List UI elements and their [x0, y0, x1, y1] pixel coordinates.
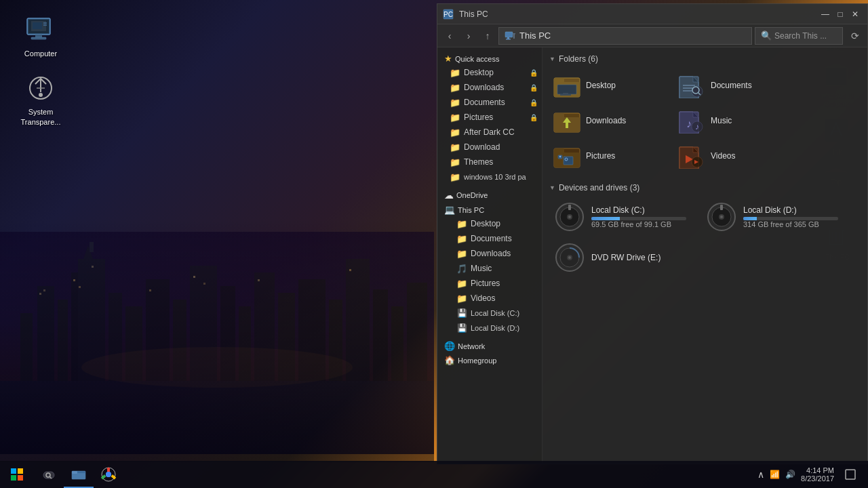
network-tray-icon[interactable]: 📶: [770, 470, 780, 479]
sidebar-item-pictures[interactable]: 📁 Pictures 🔒: [437, 110, 542, 125]
search-bar[interactable]: 🔍 Search This ...: [755, 27, 843, 45]
sidebar-pc-videos[interactable]: 📁 Videos: [437, 291, 542, 306]
folder-icon: 📁: [450, 127, 460, 138]
folders-header-text: Folders (6): [559, 54, 598, 64]
sidebar-this-pc[interactable]: 💻 This PC: [437, 202, 542, 216]
svg-rect-89: [554, 148, 564, 154]
sidebar-homegroup[interactable]: 🏠 Homegroup: [437, 352, 542, 367]
svg-rect-8: [108, 293, 122, 381]
volume-tray-icon[interactable]: 🔊: [785, 470, 795, 479]
computer-icon: [24, 14, 57, 46]
sidebar-item-downloads[interactable]: 📁 Downloads 🔒: [437, 80, 542, 95]
svg-point-101: [568, 216, 571, 218]
search-taskbar-button[interactable]: [34, 461, 64, 488]
file-explorer-taskbar-button[interactable]: [64, 461, 94, 488]
search-placeholder-text: Search This ...: [774, 31, 827, 41]
start-button[interactable]: [0, 461, 34, 488]
up-button[interactable]: ↑: [479, 28, 496, 44]
notification-button[interactable]: [840, 461, 861, 488]
computer-label: Computer: [24, 49, 57, 58]
sidebar-item-after-dark[interactable]: 📁 After Dark CC: [437, 125, 542, 140]
svg-rect-25: [43, 289, 45, 291]
drive-item-c[interactable]: Local Disk (C:) 69.5 GB free of 99.1 GB: [549, 198, 698, 236]
sidebar-item-documents[interactable]: 📁 Documents 🔒: [437, 95, 542, 110]
svg-rect-4: [58, 300, 68, 381]
sidebar-download2-label: Download: [464, 142, 500, 152]
svg-rect-68: [554, 78, 564, 83]
sidebar-pc-pictures[interactable]: 📁 Pictures: [437, 276, 542, 291]
svg-rect-17: [298, 279, 326, 381]
svg-rect-33: [349, 269, 351, 271]
sidebar-documents-label: Documents: [464, 98, 505, 107]
maximize-button[interactable]: □: [833, 8, 847, 20]
svg-text:PC: PC: [443, 11, 453, 18]
svg-rect-92: [564, 157, 573, 165]
sidebar-pc-music[interactable]: 🎵 Music: [437, 261, 542, 276]
sidebar-pc-desktop[interactable]: 📁 Desktop: [437, 216, 542, 231]
sidebar-downloads-label: Downloads: [464, 83, 504, 92]
sidebar-pc-local-c[interactable]: 💾 Local Disk (C:): [437, 306, 542, 321]
svg-rect-62: [507, 37, 509, 39]
close-button[interactable]: ✕: [848, 8, 862, 20]
forward-button[interactable]: ›: [460, 28, 477, 44]
drive-item-d[interactable]: Local Disk (D:) 314 GB free of 365 GB: [701, 198, 850, 236]
sidebar-item-themes[interactable]: 📁 Themes: [437, 155, 542, 169]
lock-icon: 🔒: [530, 114, 538, 121]
svg-point-43: [39, 93, 43, 97]
star-icon: ★: [444, 54, 452, 64]
title-bar-icon: PC: [443, 9, 454, 20]
svg-text:♪: ♪: [695, 122, 699, 131]
desktop-icon-system-transparent[interactable]: System Transpare...: [14, 72, 68, 127]
sidebar-pictures-label: Pictures: [464, 113, 493, 122]
folder-item-pictures[interactable]: Pictures: [549, 140, 671, 172]
pictures-folder-info: Pictures: [586, 151, 667, 161]
drive-e-name: DVD RW Drive (E:): [591, 253, 660, 262]
sidebar-item-desktop[interactable]: 📁 Desktop 🔒: [437, 65, 542, 80]
chevron-tray-icon[interactable]: ∧: [757, 469, 764, 480]
sidebar-item-win10-3rd[interactable]: 📁 windows 10 3rd pa: [437, 169, 542, 184]
svg-rect-12: [190, 266, 217, 381]
folder-item-desktop[interactable]: Desktop: [549, 69, 671, 102]
quick-access-label: Quick access: [455, 55, 499, 63]
svg-rect-22: [407, 283, 427, 381]
clock[interactable]: 4:14 PM 8/23/2017: [801, 466, 834, 483]
chrome-icon: [101, 467, 116, 482]
sidebar-item-download2[interactable]: 📁 Download: [437, 140, 542, 155]
svg-point-91: [559, 156, 561, 158]
desktop-icon-computer[interactable]: Computer: [14, 14, 68, 58]
folder-item-downloads[interactable]: Downloads: [549, 104, 671, 137]
sidebar-pc-downloads[interactable]: 📁 Downloads: [437, 246, 542, 261]
desktop-icons-left: Computer System Transpare...: [14, 14, 68, 127]
folder-item-music[interactable]: ♪ ♪ Music: [674, 104, 796, 137]
sidebar-pc-local-d[interactable]: 💾 Local Disk (D:): [437, 321, 542, 336]
drive-d-icon: [705, 201, 738, 233]
pc-desktop-label: Desktop: [471, 219, 500, 228]
music-folder-name: Music: [711, 116, 792, 125]
folder-item-documents[interactable]: Documents: [674, 69, 796, 102]
svg-rect-7: [90, 242, 94, 252]
back-button[interactable]: ‹: [441, 28, 458, 44]
svg-rect-1: [0, 381, 434, 462]
drives-section-header: Devices and drives (3): [549, 183, 861, 192]
refresh-button[interactable]: ⟳: [847, 28, 863, 44]
folder-icon: 📁: [450, 157, 460, 167]
folder-item-videos[interactable]: Videos: [674, 140, 796, 172]
sidebar-pc-documents[interactable]: 📁 Documents: [437, 231, 542, 246]
drive-c-icon: [553, 201, 586, 233]
address-bar[interactable]: This PC: [498, 27, 752, 45]
minimize-button[interactable]: —: [818, 8, 832, 20]
taskbar: ∧ 📶 🔊 4:14 PM 8/23/2017: [0, 461, 868, 488]
svg-rect-102: [568, 205, 571, 210]
svg-rect-14: [239, 306, 251, 381]
drive-item-e[interactable]: DVD RW Drive (E:): [549, 239, 698, 277]
pictures-folder-icon: [553, 142, 580, 169]
sidebar-network[interactable]: 🌐 Network: [437, 338, 542, 352]
svg-rect-15: [254, 272, 275, 381]
homegroup-label: Homegroup: [458, 357, 496, 365]
sidebar-onedrive[interactable]: ☁ OneDrive: [437, 187, 542, 202]
chrome-taskbar-button[interactable]: [94, 461, 123, 488]
search-icon: 🔍: [761, 30, 772, 41]
desktop-folder-name: Desktop: [586, 81, 667, 90]
sidebar-quick-access[interactable]: ★ Quick access: [437, 51, 542, 65]
window-controls: — □ ✕: [818, 8, 862, 20]
